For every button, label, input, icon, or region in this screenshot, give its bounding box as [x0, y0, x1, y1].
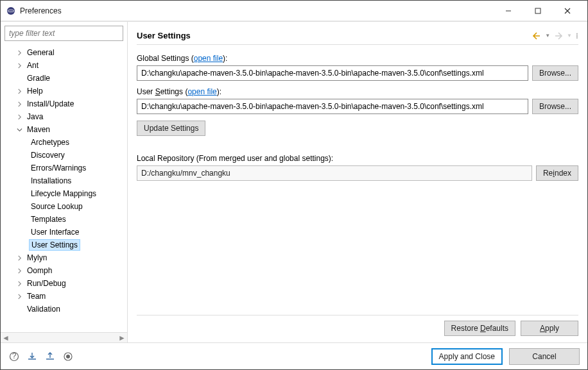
chevron-right-icon: [15, 253, 24, 262]
chevron-right-icon: [15, 87, 24, 96]
export-icon[interactable]: [44, 351, 56, 362]
chevron-right-icon: [15, 266, 24, 275]
tree-item-ui[interactable]: User Interface: [3, 226, 127, 239]
tree-item-help[interactable]: Help: [3, 85, 127, 97]
menu-icon[interactable]: ⁞: [576, 31, 578, 40]
scroll-left-icon[interactable]: ◄: [2, 333, 10, 342]
tree-item-installations[interactable]: Installations: [3, 174, 127, 187]
tree-item-discovery[interactable]: Discovery: [3, 149, 127, 162]
help-icon[interactable]: ?: [8, 351, 20, 362]
window-title: Preferences: [20, 6, 494, 15]
tree-item-maven[interactable]: Maven: [3, 123, 127, 136]
chevron-right-icon: [15, 61, 24, 70]
cancel-button[interactable]: Cancel: [509, 348, 580, 365]
content-panel: User Settings ▼ ▼ ⁞ Global Settings (ope…: [128, 22, 587, 342]
update-settings-button[interactable]: Update Settings: [137, 121, 205, 136]
scroll-right-icon[interactable]: ►: [118, 333, 126, 342]
close-button[interactable]: [553, 1, 582, 21]
back-arrow-icon[interactable]: [532, 32, 541, 40]
apply-and-close-button[interactable]: Apply and Close: [431, 348, 503, 365]
tree-item-rundebug[interactable]: Run/Debug: [3, 277, 127, 290]
tree-item-archetypes[interactable]: Archetypes: [3, 136, 127, 149]
dropdown-arrow-icon[interactable]: ▼: [567, 33, 572, 38]
svg-point-0: [7, 7, 15, 15]
apply-button[interactable]: Apply: [521, 321, 578, 336]
tree-item-install[interactable]: Install/Update: [3, 97, 127, 110]
content-header: User Settings ▼ ▼ ⁞: [137, 27, 578, 45]
tree-item-mylyn[interactable]: Mylyn: [3, 251, 127, 264]
browse-global-button[interactable]: Browse...: [532, 65, 578, 81]
horizontal-scrollbar[interactable]: ◄ ►: [1, 332, 127, 342]
tree-item-oomph[interactable]: Oomph: [3, 264, 127, 277]
restore-defaults-button[interactable]: Restore Defaults: [444, 321, 515, 336]
body: General Ant Gradle Help Install/Update J…: [1, 21, 587, 342]
page-footer: Restore Defaults Apply: [137, 315, 578, 336]
tree-item-errors[interactable]: Errors/Warnings: [3, 162, 127, 174]
filter-input[interactable]: [4, 26, 123, 41]
tree-item-ant[interactable]: Ant: [3, 59, 127, 72]
local-repo-label: Local Repository (From merged user and g…: [137, 154, 578, 163]
page-title: User Settings: [137, 31, 191, 40]
browse-user-button[interactable]: Browse...: [532, 99, 578, 114]
user-settings-input[interactable]: [137, 99, 528, 114]
svg-point-9: [66, 355, 70, 358]
chevron-right-icon: [15, 292, 24, 301]
tree-item-templates[interactable]: Templates: [3, 213, 127, 226]
chevron-down-icon: [15, 125, 24, 134]
sidebar: General Ant Gradle Help Install/Update J…: [1, 22, 128, 342]
minimize-button[interactable]: [494, 1, 523, 21]
tree-item-general[interactable]: General: [3, 46, 127, 59]
import-icon[interactable]: [26, 351, 38, 362]
dialog-footer: ? Apply and Close Cancel: [1, 342, 587, 369]
chevron-right-icon: [15, 48, 24, 57]
tree-item-validation[interactable]: Validation: [3, 303, 127, 315]
record-icon[interactable]: [62, 351, 74, 362]
tree-item-team[interactable]: Team: [3, 290, 127, 303]
maximize-button[interactable]: [523, 1, 553, 21]
svg-text:?: ?: [12, 351, 17, 360]
global-open-file-link[interactable]: open file: [194, 54, 223, 63]
user-settings-label: User Settings (open file):: [137, 87, 578, 96]
eclipse-icon: [6, 6, 16, 16]
titlebar: Preferences: [1, 1, 587, 21]
window-controls: [494, 1, 582, 21]
preferences-tree[interactable]: General Ant Gradle Help Install/Update J…: [1, 45, 127, 332]
settings-area: Global Settings (open file): Browse... U…: [137, 54, 578, 315]
global-settings-label: Global Settings (open file):: [137, 54, 578, 63]
local-repo-input: [137, 165, 532, 181]
chevron-right-icon: [15, 112, 24, 121]
preferences-window: Preferences General Ant Gradle Help Inst…: [0, 0, 588, 370]
tree-item-gradle[interactable]: Gradle: [3, 72, 127, 85]
tree-item-user-settings[interactable]: User Settings: [3, 239, 127, 251]
tree-item-java[interactable]: Java: [3, 110, 127, 123]
reindex-button[interactable]: Reindex: [536, 165, 578, 181]
forward-arrow-icon[interactable]: [554, 32, 563, 40]
svg-rect-3: [535, 8, 540, 13]
chevron-right-icon: [15, 99, 24, 108]
chevron-right-icon: [15, 279, 24, 288]
global-settings-input[interactable]: [137, 65, 528, 81]
tree-item-lifecycle[interactable]: Lifecycle Mappings: [3, 187, 127, 200]
dropdown-arrow-icon[interactable]: ▼: [545, 33, 550, 38]
tree-item-source[interactable]: Source Lookup: [3, 200, 127, 213]
user-open-file-link[interactable]: open file: [187, 87, 216, 96]
